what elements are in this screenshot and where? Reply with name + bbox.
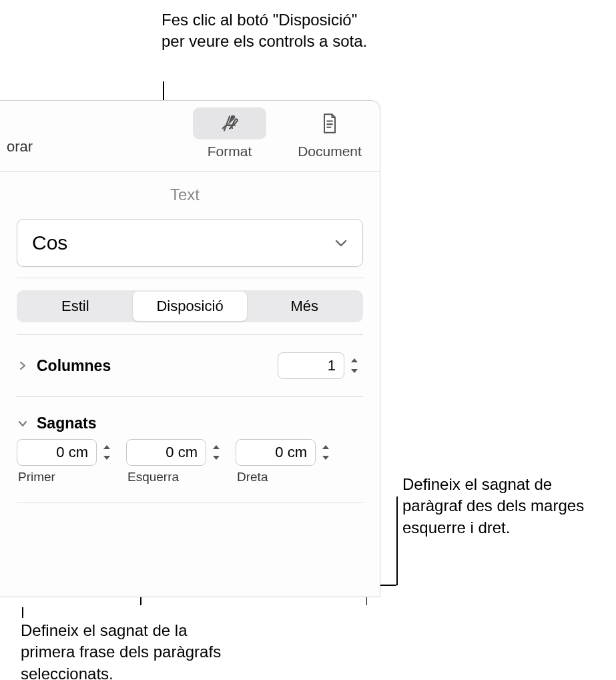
columns-stepper-buttons <box>346 352 363 379</box>
svg-marker-6 <box>103 456 110 460</box>
indent-left-label: Esquerra <box>126 470 225 484</box>
toolbar-format[interactable]: Format <box>193 107 266 159</box>
svg-marker-10 <box>322 456 329 460</box>
svg-marker-8 <box>213 456 220 460</box>
indent-right: 0 cm Dreta <box>236 439 334 484</box>
toolbar: orar Format Document <box>0 101 380 172</box>
callout-right: Defineix el sagnat de paràgraf des dels … <box>402 474 616 539</box>
stepper-up-icon[interactable] <box>346 356 363 365</box>
disclosure-open-icon[interactable] <box>17 418 29 430</box>
divider <box>17 334 363 335</box>
paragraph-style-dropdown[interactable]: Cos <box>17 219 363 267</box>
chevron-down-icon <box>334 238 348 248</box>
columns-stepper: 1 <box>278 352 363 379</box>
stepper-down-icon[interactable] <box>346 366 363 376</box>
svg-marker-5 <box>103 445 110 449</box>
divider <box>17 396 363 397</box>
document-icon <box>293 107 366 139</box>
toolbar-partial-label: orar <box>7 138 33 159</box>
indent-right-stepper <box>317 439 334 466</box>
columns-input[interactable]: 1 <box>278 352 344 379</box>
callout-bottom: Defineix el sagnat de la primera frase d… <box>21 620 234 680</box>
tab-mes[interactable]: Més <box>247 292 362 321</box>
format-icon <box>193 107 266 139</box>
indent-first-label: Primer <box>17 470 115 484</box>
tab-estil[interactable]: Estil <box>18 292 133 321</box>
indent-first: 0 cm Primer <box>17 439 115 484</box>
disclosure-closed-icon[interactable] <box>17 360 29 372</box>
divider <box>17 502 363 502</box>
divider <box>17 278 363 278</box>
stepper-down-icon[interactable] <box>98 453 115 462</box>
panel-text-label: Text <box>0 172 380 212</box>
svg-marker-9 <box>322 445 329 449</box>
columns-label: Columnes <box>37 357 278 375</box>
indent-controls: 0 cm Primer 0 cm <box>0 436 380 490</box>
toolbar-format-label: Format <box>208 143 252 159</box>
indent-right-label: Dreta <box>236 470 334 484</box>
tab-disposicio[interactable]: Disposició <box>133 292 248 321</box>
svg-marker-4 <box>351 369 358 373</box>
stepper-down-icon[interactable] <box>208 453 225 462</box>
layout-tabs: Estil Disposició Més <box>17 290 363 322</box>
stepper-up-icon[interactable] <box>208 442 225 452</box>
toolbar-document[interactable]: Document <box>293 107 366 159</box>
indent-left-stepper <box>208 439 225 466</box>
toolbar-document-label: Document <box>298 143 362 159</box>
svg-marker-7 <box>213 445 220 449</box>
indent-left: 0 cm Esquerra <box>126 439 225 484</box>
callout-line-right-v <box>396 496 398 585</box>
stepper-up-icon[interactable] <box>98 442 115 452</box>
svg-marker-3 <box>351 358 358 362</box>
indents-section: Sagnats <box>0 405 380 436</box>
callout-line-bottom <box>22 607 23 618</box>
indent-first-input[interactable]: 0 cm <box>17 439 97 466</box>
indent-right-input[interactable]: 0 cm <box>236 439 316 466</box>
columns-section: Columnes 1 <box>0 343 380 388</box>
callout-top: Fes clic al botó "Disposició" per veure … <box>162 9 375 53</box>
indents-label: Sagnats <box>37 414 363 432</box>
indent-first-stepper <box>98 439 115 466</box>
stepper-down-icon[interactable] <box>317 453 334 462</box>
indent-left-input[interactable]: 0 cm <box>126 439 206 466</box>
stepper-up-icon[interactable] <box>317 442 334 452</box>
inspector-panel: orar Format Document <box>0 100 380 597</box>
paragraph-style-value: Cos <box>32 232 67 254</box>
